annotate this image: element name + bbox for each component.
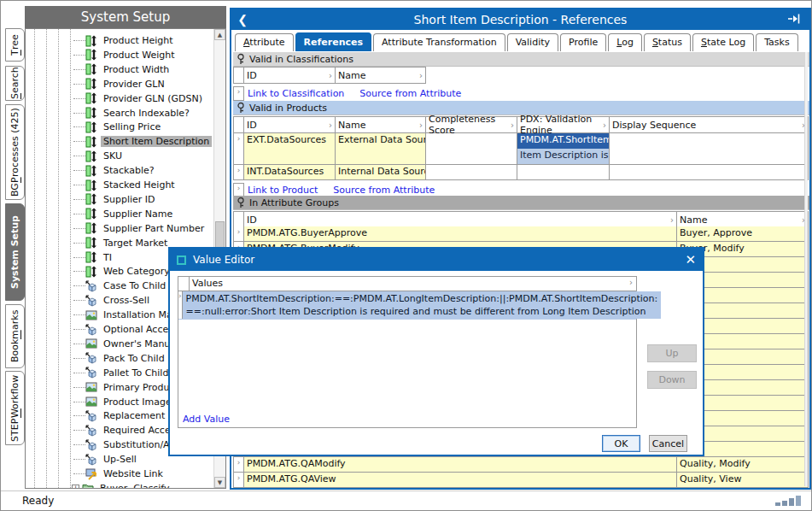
column-header-pdx-validation-engine[interactable]: PDX: Validation Engine› <box>517 116 610 133</box>
link-link-to-classification[interactable]: Link to Classification <box>248 88 344 99</box>
link-source-from-attribute[interactable]: Source from Attribute <box>333 185 435 196</box>
cell-completeness-score[interactable] <box>426 133 517 165</box>
value-row[interactable]: › PMDM.AT.ShortItemDescription:==:PMDM.A… <box>178 291 636 320</box>
sidebar-tab-bg-processes-425-[interactable]: BG Processes (425) <box>5 104 25 200</box>
up-button[interactable]: Up <box>647 344 697 362</box>
tree-item-product-weight[interactable]: Product Weight <box>26 48 225 62</box>
tab-state-log[interactable]: State Log <box>692 33 754 51</box>
sort-chevron-icon[interactable]: › <box>419 71 423 80</box>
sidebar-tab-step-workflow[interactable]: STEP Workflow <box>5 371 25 445</box>
pin-panel-icon[interactable] <box>787 14 809 26</box>
cell-pdx-validation-engine[interactable]: PMDM.AT.ShortItemDescriptiItem Descripti… <box>517 133 610 165</box>
cell-id[interactable]: PMDM.ATG.SupplierModify <box>244 488 677 490</box>
tree-item-supplier-id[interactable]: Supplier ID <box>26 192 225 207</box>
sort-chevron-icon[interactable]: › <box>603 120 606 130</box>
cell-name[interactable]: Supplier, Modify <box>677 488 809 490</box>
attribute-group-row[interactable]: ›PMDM.ATG.QAModifyQuality, Modify <box>233 457 809 473</box>
products-row[interactable]: ›EXT.DataSourcesExternal Data SourcesPMD… <box>233 133 809 165</box>
cell-name[interactable]: Buyer, Approve <box>677 226 809 242</box>
attribute-group-row[interactable]: ›PMDM.ATG.QAViewQuality, View <box>233 473 809 488</box>
tab-tasks[interactable]: Tasks <box>756 33 797 51</box>
section-valid-in-classifications[interactable]: Valid in Classifications <box>233 52 809 67</box>
cancel-button[interactable]: Cancel <box>649 435 687 452</box>
back-chevron-icon[interactable]: ❮ <box>231 13 254 26</box>
sort-chevron-icon[interactable]: › <box>329 120 332 130</box>
section-in-attribute-groups[interactable]: In Attribute Groups <box>233 196 809 210</box>
tree-item-stackable-[interactable]: Stackable? <box>26 163 225 178</box>
scroll-up-icon[interactable]: ▲ <box>214 29 225 40</box>
link-source-from-attribute[interactable]: Source from Attribute <box>359 88 461 99</box>
tree-item-sku[interactable]: SKU <box>26 149 225 163</box>
row-selector[interactable]: › <box>233 133 244 165</box>
column-header-completeness-score[interactable]: Completeness Score› <box>426 116 517 133</box>
panel-scrollbar[interactable] <box>804 52 808 486</box>
values-column-header[interactable]: Values› <box>190 277 636 291</box>
cell-name[interactable]: External Data Sources <box>336 133 426 165</box>
sort-chevron-icon[interactable]: › <box>511 120 514 130</box>
cell-pdx-validation-engine[interactable] <box>517 165 610 180</box>
sidebar-tab-system-setup[interactable]: System Setup <box>5 203 25 301</box>
column-header-id[interactable]: ID› <box>244 211 677 228</box>
products-row[interactable]: ›INT.DataSourcesInternal Data Sources <box>233 165 809 180</box>
attribute-group-row[interactable]: ›PMDM.ATG.BuyerApproveBuyer, Approve <box>233 226 809 242</box>
attribute-group-row[interactable]: ›PMDM.ATG.SupplierModifySupplier, Modify <box>233 488 809 490</box>
column-header-id[interactable]: ID› <box>244 116 336 133</box>
cell-name[interactable]: Quality, Modify <box>677 457 809 473</box>
tab-profile[interactable]: Profile <box>560 33 606 51</box>
column-header-display-sequence[interactable]: Display Sequence› <box>610 116 809 133</box>
tab-attribute-transformation[interactable]: Attribute Transformation <box>373 33 505 51</box>
column-header-name[interactable]: Name› <box>677 211 809 228</box>
row-selector[interactable]: › <box>233 473 244 488</box>
tree-item-buyer-classify[interactable]: +Buyer, Classify <box>26 481 225 489</box>
tab-validity[interactable]: Validity <box>507 33 558 51</box>
sort-chevron-icon[interactable]: › <box>329 71 332 80</box>
cell-id[interactable]: INT.DataSources <box>244 165 336 180</box>
tree-item-product-height[interactable]: Product Height <box>26 33 225 48</box>
sort-chevron-icon[interactable]: › <box>419 120 423 130</box>
cell-id[interactable]: EXT.DataSources <box>244 133 336 165</box>
tab-references[interactable]: References <box>295 32 371 51</box>
cell-display-sequence[interactable] <box>610 133 809 165</box>
ok-button[interactable]: OK <box>602 435 640 452</box>
tree-item-stacked-height[interactable]: Stacked Height <box>26 178 225 192</box>
plus-expander-icon[interactable]: + <box>72 485 79 489</box>
down-button[interactable]: Down <box>647 371 697 389</box>
tree-item-search-indexable-[interactable]: Search Indexable? <box>26 106 225 120</box>
sort-chevron-icon[interactable]: › <box>670 215 674 225</box>
tree-item-provider-gln-gdsn-[interactable]: Provider GLN (GDSN) <box>26 91 225 106</box>
cell-name[interactable]: Internal Data Sources <box>336 165 426 180</box>
cell-completeness-score[interactable] <box>426 165 517 180</box>
row-selector[interactable]: › <box>233 488 244 490</box>
cell-id[interactable]: PMDM.ATG.BuyerApprove <box>244 226 677 242</box>
sidebar-tab-tree[interactable]: Tree <box>5 28 25 62</box>
close-icon[interactable]: ✕ <box>685 254 696 267</box>
sidebar-tab-bookmarks[interactable]: Bookmarks <box>5 304 25 368</box>
cell-name[interactable]: Quality, View <box>677 473 809 488</box>
column-header-name[interactable]: Name› <box>336 67 426 84</box>
row-selector[interactable]: › <box>233 457 244 473</box>
tree-item-selling-price[interactable]: Selling Price <box>26 120 225 134</box>
scroll-down-icon[interactable]: ▼ <box>214 477 225 488</box>
sort-chevron-icon[interactable]: › <box>629 278 633 287</box>
add-value-link[interactable]: Add Value <box>183 414 230 425</box>
tree-item-short-item-description[interactable]: Short Item Description <box>26 134 225 149</box>
row-selector[interactable]: › <box>233 165 244 180</box>
tree-item-provider-gln[interactable]: Provider GLN <box>26 77 225 91</box>
column-header-name[interactable]: Name› <box>336 116 426 133</box>
tree-item-website-link[interactable]: Website Link <box>26 467 225 481</box>
cell-id[interactable]: PMDM.ATG.QAModify <box>244 457 677 473</box>
value-text[interactable]: PMDM.AT.ShortItemDescription:==:PMDM.AT.… <box>183 291 662 319</box>
cell-id[interactable]: PMDM.ATG.QAView <box>244 473 677 488</box>
cell-display-sequence[interactable] <box>610 165 809 180</box>
tree-item-product-width[interactable]: Product Width <box>26 62 225 77</box>
column-header-id[interactable]: ID› <box>244 67 336 84</box>
tab-status[interactable]: Status <box>644 33 691 51</box>
tree-item-supplier-name[interactable]: Supplier Name <box>26 207 225 221</box>
dialog-title-bar[interactable]: Value Editor ✕ <box>170 249 703 271</box>
row-selector[interactable]: › <box>233 226 244 242</box>
tab-log[interactable]: Log <box>608 33 642 51</box>
tree-item-supplier-part-number[interactable]: Supplier Part Number <box>26 221 225 236</box>
tab-attribute[interactable]: Attribute <box>235 33 294 51</box>
sidebar-tab-search[interactable]: Search <box>5 66 25 101</box>
link-link-to-product[interactable]: Link to Product <box>248 185 318 196</box>
